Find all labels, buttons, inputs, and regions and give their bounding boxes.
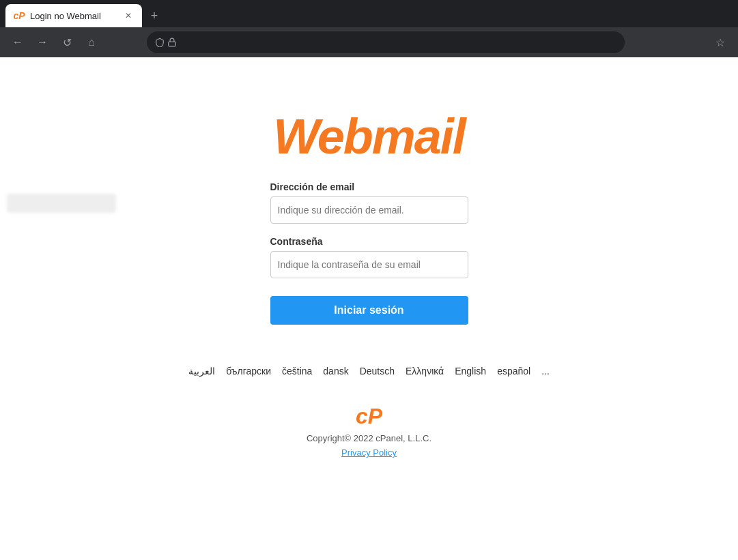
reload-button[interactable]: ↺ [57, 33, 76, 52]
logo-text: Webmail [273, 109, 465, 164]
copyright-text: Copyright© 2022 cPanel, L.L.C. [307, 433, 431, 443]
email-form-group: Dirección de email [270, 181, 468, 224]
login-container: Webmail Dirección de email Contraseña In… [199, 57, 540, 325]
svg-rect-0 [169, 42, 176, 46]
tab-close-button[interactable]: ✕ [123, 10, 134, 21]
email-input[interactable] [270, 196, 468, 224]
language-link[interactable]: English [455, 366, 486, 377]
tab-favicon: cP [14, 10, 25, 21]
email-label: Dirección de email [270, 181, 468, 192]
privacy-policy-link[interactable]: Privacy Policy [341, 447, 397, 458]
new-tab-button[interactable]: + [145, 6, 164, 25]
password-form-group: Contraseña [270, 236, 468, 278]
shield-icon [155, 38, 165, 47]
sidebar-hint [7, 194, 116, 213]
browser-toolbar: ← → ↺ ⌂ ☆ [0, 27, 738, 57]
language-link[interactable]: Deutsch [360, 366, 395, 377]
address-bar[interactable] [147, 31, 625, 53]
webmail-logo: Webmail [273, 112, 465, 161]
password-label: Contraseña [270, 236, 468, 247]
bookmark-button[interactable]: ☆ [711, 33, 730, 52]
language-link[interactable]: العربية [188, 366, 215, 377]
home-button[interactable]: ⌂ [82, 33, 101, 52]
page-content: Webmail Dirección de email Contraseña In… [0, 57, 738, 560]
active-tab[interactable]: cP Login no Webmail ✕ [5, 4, 142, 27]
language-bar: العربيةбългарскиčeštinadanskDeutschΕλλην… [0, 325, 738, 390]
cpanel-footer-logo: cP [356, 404, 382, 429]
language-link[interactable]: Ελληνικά [406, 366, 444, 377]
address-bar-icons [155, 38, 177, 47]
language-link[interactable]: dansk [323, 366, 348, 377]
tab-title: Login no Webmail [30, 11, 117, 21]
language-link[interactable]: български [226, 366, 271, 377]
language-link[interactable]: čeština [282, 366, 312, 377]
footer: cP Copyright© 2022 cPanel, L.L.C. Privac… [307, 390, 431, 478]
tab-bar: cP Login no Webmail ✕ + [0, 0, 738, 27]
back-button[interactable]: ← [8, 33, 27, 52]
browser-chrome: cP Login no Webmail ✕ + ← → ↺ ⌂ ☆ [0, 0, 738, 57]
language-link[interactable]: ... [541, 366, 550, 377]
password-input[interactable] [270, 251, 468, 278]
forward-button[interactable]: → [33, 33, 52, 52]
language-link[interactable]: español [497, 366, 530, 377]
lock-icon [167, 38, 177, 47]
login-button[interactable]: Iniciar sesión [270, 296, 468, 325]
